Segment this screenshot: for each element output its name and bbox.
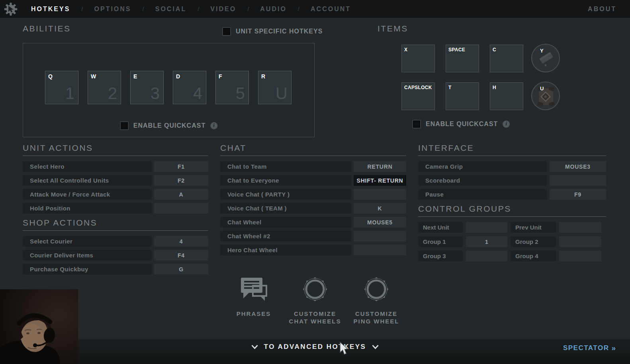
spectator-link[interactable]: SPECTATOR »	[563, 344, 616, 352]
abilities-quickcast-checkbox[interactable]	[120, 121, 129, 130]
double-arrow-icon: »	[611, 344, 616, 352]
binding-button[interactable]	[559, 222, 601, 233]
unit-actions-section: UNIT ACTIONS Select Hero F1 Select All C…	[23, 143, 208, 217]
action-label: Chat Wheel #2	[220, 231, 351, 241]
spectator-label: SPECTATOR	[563, 344, 609, 352]
binding-button[interactable]: F2	[154, 175, 208, 186]
items-quickcast-toggle: ENABLE QUICKCAST	[412, 120, 510, 128]
hotkey-row: Select Courier 4	[23, 236, 208, 247]
binding-button[interactable]: F1	[154, 161, 208, 172]
binding-button[interactable]: F9	[550, 189, 606, 200]
binding-button[interactable]	[466, 251, 507, 261]
binding-button[interactable]	[559, 251, 601, 261]
tab-video[interactable]: VIDEO	[208, 6, 239, 13]
binding-button[interactable]: 4	[154, 236, 208, 247]
item-slot-2[interactable]: SPACE	[446, 45, 479, 72]
item-slot-6[interactable]: H	[490, 82, 523, 110]
hotkey-row: Chat Wheel MOUSE5	[220, 217, 406, 228]
binding-button[interactable]: MOUSE3	[550, 161, 606, 172]
ability-slot-number: 4	[193, 84, 202, 103]
neutral-item-slot[interactable]: U	[531, 82, 560, 110]
tp-scroll-slot[interactable]: Y	[531, 44, 560, 72]
unit-specific-label: UNIT SPECIFIC HOTKEYS	[236, 28, 323, 35]
hotkey-row: Hero Chat Wheel	[220, 245, 406, 255]
info-icon[interactable]	[210, 122, 217, 129]
item-slot-key: T	[448, 85, 452, 90]
ability-slot-number: 2	[108, 84, 117, 103]
binding-button[interactable]	[466, 222, 507, 233]
binding-button[interactable]	[354, 189, 406, 200]
binding-button[interactable]	[154, 203, 208, 214]
binding-button[interactable]	[550, 175, 606, 186]
binding-button[interactable]	[354, 231, 406, 241]
hotkey-row: Select Hero F1	[23, 161, 208, 172]
action-label: Scoreboard	[418, 175, 547, 186]
tab-audio[interactable]: AUDIO	[258, 6, 289, 13]
action-label: Chat Wheel	[220, 217, 351, 228]
ability-slot-ultimate[interactable]: R U	[258, 71, 292, 104]
item-slot-key: SPACE	[448, 47, 465, 53]
to-advanced-hotkeys-toggle[interactable]: TO ADVANCED HOTKEYS	[251, 343, 379, 351]
item-slot-key: X	[404, 47, 407, 53]
chat-title: CHAT	[220, 143, 247, 152]
item-slot-5[interactable]: T	[446, 82, 479, 110]
ability-slot-number: 5	[236, 84, 245, 103]
about-link[interactable]: ABOUT	[588, 6, 616, 13]
mouse-cursor	[338, 341, 350, 356]
unit-specific-checkbox[interactable]	[222, 27, 231, 36]
ability-slot-5[interactable]: F 5	[215, 71, 249, 104]
action-label: Camera Grip	[418, 161, 547, 172]
item-slot-key: Y	[540, 48, 544, 54]
action-label: Group 4	[511, 251, 556, 261]
info-icon[interactable]	[503, 121, 510, 128]
action-label: Group 2	[511, 236, 556, 247]
items-quickcast-label: ENABLE QUICKCAST	[426, 121, 498, 128]
nav-separator: /	[72, 6, 92, 12]
item-slot-4[interactable]: CAPSLOCK	[401, 82, 435, 110]
ability-slot-row: Q 1 W 2 E 3 D 4 F 5 R U	[45, 71, 292, 104]
binding-button[interactable]: 1	[466, 236, 507, 247]
item-slot-3[interactable]: C	[490, 45, 523, 72]
tab-account[interactable]: ACCOUNT	[308, 6, 353, 13]
binding-button[interactable]: G	[154, 264, 208, 274]
ability-slot-3[interactable]: E 3	[130, 71, 164, 104]
abilities-panel: Q 1 W 2 E 3 D 4 F 5 R U	[23, 43, 315, 137]
binding-button[interactable]	[559, 236, 601, 247]
settings-gear-icon[interactable]	[4, 2, 18, 16]
tab-hotkeys[interactable]: HOTKEYS	[29, 6, 72, 13]
action-label: Hero Chat Wheel	[220, 245, 351, 255]
ability-slot-key: Q	[48, 73, 53, 80]
hotkey-row: Pause F9	[418, 189, 606, 200]
customize-ping-wheel-button[interactable]: CUSTOMIZE PING WHEEL	[346, 273, 407, 325]
hotkey-row: Select All Controlled Units F2	[23, 175, 208, 186]
item-slot-key: CAPSLOCK	[404, 85, 432, 90]
binding-button[interactable]: F4	[154, 250, 208, 261]
phrases-button[interactable]: PHRASES	[223, 273, 284, 325]
binding-button[interactable]: MOUSE5	[354, 217, 406, 228]
action-label: Next Unit	[418, 222, 463, 233]
ability-slot-1[interactable]: Q 1	[45, 71, 78, 104]
binding-button[interactable]: RETURN	[354, 161, 406, 172]
binding-button[interactable]	[354, 245, 406, 255]
abilities-title: ABILITIES	[23, 24, 71, 33]
unit-actions-title: UNIT ACTIONS	[23, 143, 93, 152]
action-label: Hold Position	[23, 203, 152, 214]
action-label: Chat to Team	[220, 161, 351, 172]
ability-slot-2[interactable]: W 2	[88, 71, 121, 104]
chat-buttons-row: PHRASES CUSTOMIZE CHAT WHEELS	[223, 273, 407, 325]
tab-options[interactable]: OPTIONS	[92, 6, 134, 13]
action-label: Attack Move / Force Attack	[23, 189, 152, 200]
ping-wheel-icon	[360, 273, 393, 306]
ability-slot-4[interactable]: D 4	[173, 71, 206, 104]
hotkey-row: Chat to Team RETURN	[220, 161, 406, 172]
item-slot-1[interactable]: X	[401, 45, 435, 72]
customize-chat-wheels-button[interactable]: CUSTOMIZE CHAT WHEELS	[284, 273, 346, 325]
nav-separator: /	[289, 6, 308, 12]
binding-button[interactable]: SHIFT- RETURN	[354, 175, 406, 186]
hotkeys-settings-screen: HOTKEYS / OPTIONS / SOCIAL / VIDEO / AUD…	[0, 0, 630, 364]
item-slot-key: C	[493, 47, 496, 53]
binding-button[interactable]: K	[354, 203, 406, 214]
items-quickcast-checkbox[interactable]	[412, 120, 421, 128]
binding-button[interactable]: A	[154, 189, 208, 200]
tab-social[interactable]: SOCIAL	[153, 6, 189, 13]
